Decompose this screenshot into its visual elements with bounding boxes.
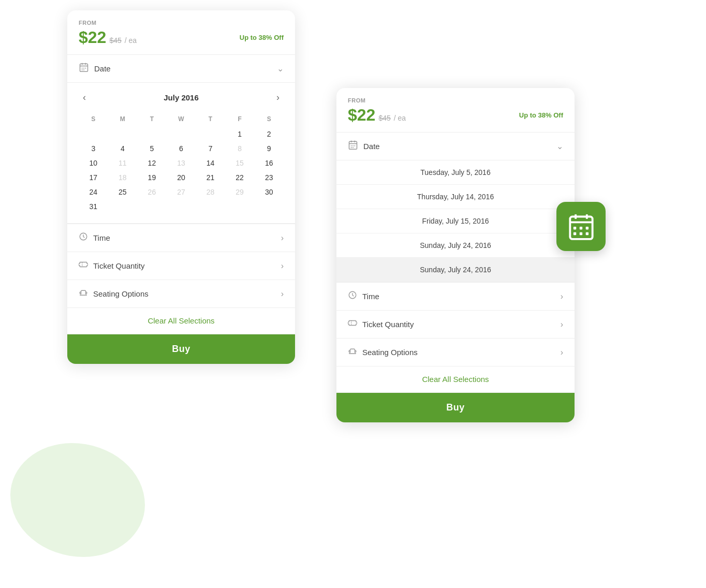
right-clear-link[interactable]: Clear All Selections <box>422 375 489 384</box>
cal-day-1[interactable]: 1 <box>225 127 255 141</box>
cal-day-24[interactable]: 24 <box>79 185 108 199</box>
right-date-dropdown[interactable]: Date ⌄ <box>336 133 575 160</box>
cal-day-3[interactable]: 3 <box>79 141 108 156</box>
left-price-row: $22 $45 / ea Up to 38% Off <box>79 28 284 47</box>
right-date-list: Tuesday, July 5, 2016 Thursday, July 14,… <box>336 160 575 282</box>
cal-day-27[interactable]: 27 <box>167 185 196 199</box>
right-seating-chevron-icon: › <box>561 348 563 357</box>
left-options-list: Time › Ticket Quantity › <box>67 224 295 334</box>
left-price-original: $45 <box>109 36 121 45</box>
cal-empty <box>167 127 196 141</box>
cal-header-fri: F <box>225 113 255 127</box>
left-time-row-left: Time <box>79 232 110 244</box>
cal-day-26[interactable]: 26 <box>137 185 167 199</box>
right-calendar-icon <box>348 140 358 153</box>
cal-header-thu: T <box>196 113 225 127</box>
left-price-current: $22 <box>79 28 106 47</box>
svg-rect-6 <box>85 68 86 69</box>
cal-day-30[interactable]: 30 <box>254 185 284 199</box>
cal-day-10[interactable]: 10 <box>79 156 108 170</box>
left-seating-row[interactable]: Seating Options › <box>67 280 295 308</box>
left-cal-next-button[interactable]: › <box>272 90 284 105</box>
cal-day-16[interactable]: 16 <box>254 156 284 170</box>
left-cal-prev-button[interactable]: ‹ <box>79 90 90 105</box>
cal-day-4[interactable]: 4 <box>108 141 138 156</box>
left-clear-link[interactable]: Clear All Selections <box>148 316 214 325</box>
date-option-2[interactable]: Thursday, July 14, 2016 <box>336 185 575 209</box>
left-buy-button[interactable]: Buy <box>67 334 295 364</box>
left-seating-row-left: Seating Options <box>79 288 149 300</box>
left-cal-month-label: July 2016 <box>164 93 199 102</box>
ticket-icon <box>79 260 88 272</box>
cal-day-23[interactable]: 23 <box>254 170 284 185</box>
left-seating-label: Seating Options <box>93 289 149 298</box>
cal-day-18[interactable]: 18 <box>108 170 138 185</box>
right-price-current: $22 <box>348 106 375 125</box>
cal-day-22[interactable]: 22 <box>225 170 255 185</box>
cal-day-7[interactable]: 7 <box>196 141 225 156</box>
right-seating-row[interactable]: Seating Options › <box>336 339 575 366</box>
right-price-row: $22 $45 / ea Up to 38% Off <box>348 106 563 125</box>
cal-day-19[interactable]: 19 <box>137 170 167 185</box>
cal-day-9[interactable]: 9 <box>254 141 284 156</box>
right-time-row[interactable]: Time › <box>336 283 575 311</box>
svg-rect-18 <box>351 147 352 148</box>
green-blob-decoration <box>10 443 145 557</box>
left-calendar-nav: ‹ July 2016 › <box>79 90 284 105</box>
cal-empty <box>254 199 284 214</box>
date-option-4[interactable]: Sunday, July 24, 2016 <box>336 233 575 258</box>
left-discount-badge: Up to 38% Off <box>240 34 284 41</box>
right-from-label: FROM <box>348 97 563 104</box>
cal-day-28[interactable]: 28 <box>196 185 225 199</box>
left-calendar-grid: S M T W T F S 12345678910111213141516171… <box>79 113 284 214</box>
clock-icon <box>79 232 88 244</box>
svg-rect-0 <box>80 64 88 71</box>
left-ticket-row[interactable]: Ticket Quantity › <box>67 252 295 280</box>
cal-empty <box>108 127 138 141</box>
right-ticket-row-left: Ticket Quantity <box>348 318 414 330</box>
cal-day-31[interactable]: 31 <box>79 199 108 214</box>
cal-day-13[interactable]: 13 <box>167 156 196 170</box>
svg-rect-30 <box>579 232 582 234</box>
left-time-row[interactable]: Time › <box>67 224 295 252</box>
cal-day-12[interactable]: 12 <box>137 156 167 170</box>
cal-day-14[interactable]: 14 <box>196 156 225 170</box>
cal-empty <box>225 199 255 214</box>
cal-day-8[interactable]: 8 <box>225 141 255 156</box>
cal-day-6[interactable]: 6 <box>167 141 196 156</box>
left-ticket-row-left: Ticket Quantity <box>79 260 144 272</box>
left-price-per: / ea <box>125 36 137 45</box>
date-option-5[interactable]: Sunday, July 24, 2016 <box>336 258 575 282</box>
svg-rect-26 <box>573 227 576 229</box>
date-option-1[interactable]: Tuesday, July 5, 2016 <box>336 160 575 185</box>
cal-empty <box>196 199 225 214</box>
right-price-original: $45 <box>378 114 390 122</box>
cal-day-5[interactable]: 5 <box>137 141 167 156</box>
svg-rect-29 <box>573 232 576 234</box>
right-ticket-row[interactable]: Ticket Quantity › <box>336 311 575 339</box>
left-card-header: FROM $22 $45 / ea Up to 38% Off <box>67 10 295 55</box>
cal-day-20[interactable]: 20 <box>167 170 196 185</box>
cal-empty <box>196 127 225 141</box>
cal-day-2[interactable]: 2 <box>254 127 284 141</box>
cal-day-21[interactable]: 21 <box>196 170 225 185</box>
cal-day-11[interactable]: 11 <box>108 156 138 170</box>
svg-rect-19 <box>352 147 354 148</box>
left-clear-row: Clear All Selections <box>67 308 295 334</box>
svg-rect-5 <box>83 68 84 69</box>
cal-day-29[interactable]: 29 <box>225 185 255 199</box>
right-date-row-left: Date <box>348 140 380 153</box>
right-clock-icon <box>348 290 357 302</box>
left-date-dropdown[interactable]: Date ⌄ <box>67 55 295 83</box>
right-buy-button[interactable]: Buy <box>336 393 575 422</box>
floating-calendar-icon <box>556 202 606 251</box>
left-date-label: Date <box>94 64 111 73</box>
cal-day-15[interactable]: 15 <box>225 156 255 170</box>
right-ticket-icon <box>348 318 357 330</box>
date-option-3[interactable]: Friday, July 15, 2016 <box>336 209 575 233</box>
cal-day-17[interactable]: 17 <box>79 170 108 185</box>
svg-rect-31 <box>585 232 588 234</box>
right-date-chevron-icon: ⌄ <box>556 141 563 151</box>
left-seating-chevron-icon: › <box>281 289 284 299</box>
cal-day-25[interactable]: 25 <box>108 185 138 199</box>
